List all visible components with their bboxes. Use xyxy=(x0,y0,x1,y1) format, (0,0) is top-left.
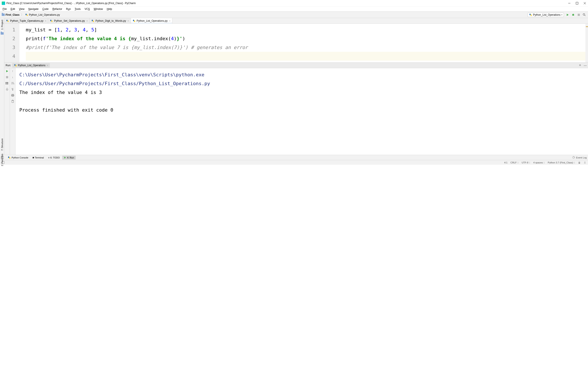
menu-view[interactable]: View xyxy=(17,7,26,11)
svg-rect-48 xyxy=(9,157,10,159)
tab-label: 6: TODO xyxy=(50,156,60,159)
close-tab-icon[interactable]: × xyxy=(169,20,170,22)
svg-rect-54 xyxy=(584,163,586,164)
menu-run[interactable]: Run xyxy=(64,7,73,11)
code-line-3[interactable]: #print(f'The index of the value 7 is {my… xyxy=(26,43,588,52)
run-button[interactable] xyxy=(566,13,569,17)
left-tool-stripe: 1: Project xyxy=(0,18,4,155)
pin-icon[interactable] xyxy=(5,87,9,91)
rerun-button[interactable] xyxy=(5,69,9,73)
breadcrumb-project[interactable]: First_Class xyxy=(2,13,20,16)
console-output[interactable]: C:\Users\User\PycharmProjects\First_Clas… xyxy=(15,68,588,155)
tab-set-operations[interactable]: Python_Set_Operations.py × xyxy=(48,18,90,23)
hide-icon[interactable]: — xyxy=(584,64,587,67)
window-title: First_Class [C:\Users\User\PycharmProjec… xyxy=(6,2,568,5)
down-icon[interactable]: ↓ xyxy=(11,75,14,79)
svg-marker-8 xyxy=(567,14,569,16)
run-config-label: Python_List_Operations xyxy=(533,13,560,16)
caret-position[interactable]: 4:1 xyxy=(504,161,507,164)
tab-label: Python Console xyxy=(12,156,28,159)
menu-vcs[interactable]: VCS xyxy=(83,7,92,11)
code-line-2[interactable]: print(f'The index of the value 4 is {my_… xyxy=(26,34,588,43)
svg-rect-52 xyxy=(578,162,580,164)
indent-settings[interactable]: 4 spaces xyxy=(533,161,543,164)
run-tab[interactable]: Python_List_Operations × xyxy=(12,63,50,67)
close-button[interactable] xyxy=(583,2,586,5)
run-configuration-selector[interactable]: Python_List_Operations ▾ xyxy=(528,13,564,17)
breadcrumb-file[interactable]: Python_List_Operations.py xyxy=(25,13,60,16)
menu-file[interactable]: File xyxy=(1,7,8,11)
menu-tools[interactable]: Tools xyxy=(73,7,82,11)
svg-rect-15 xyxy=(578,14,580,16)
close-run-tab-icon[interactable]: × xyxy=(47,64,48,67)
svg-rect-5 xyxy=(27,14,28,16)
menu-code[interactable]: Code xyxy=(41,7,50,11)
svg-line-14 xyxy=(574,15,574,15)
layout-icon[interactable] xyxy=(5,82,9,85)
maximize-button[interactable] xyxy=(576,2,578,5)
svg-rect-20 xyxy=(50,20,51,21)
gear-icon[interactable] xyxy=(578,64,582,67)
run-tab-bottom[interactable]: 4: Run xyxy=(62,156,76,160)
editor[interactable]: 1 2 3 4 my_list = [1, 2, 3, 4, 5] print(… xyxy=(4,24,588,62)
tab-list-operations[interactable]: Python_List_Operations.py × xyxy=(131,18,173,23)
line-number-gutter: 1 2 3 4 xyxy=(4,24,19,62)
hector-icon[interactable] xyxy=(584,161,586,164)
terminal-tab[interactable]: ▣ Terminal xyxy=(31,155,46,160)
run-controls-secondary: ↑ ↓ xyxy=(10,68,15,155)
breadcrumb-separator: 〉 xyxy=(21,13,24,17)
svg-marker-38 xyxy=(12,90,13,91)
svg-rect-18 xyxy=(6,20,8,21)
close-tab-icon[interactable]: × xyxy=(86,20,88,22)
line-number: 3 xyxy=(4,43,19,52)
todo-tab[interactable]: ≡ 6: TODO xyxy=(46,156,62,160)
tab-digit-to-words[interactable]: Python_Digit_to_Words.py × xyxy=(90,18,131,23)
run-tab-label: Python_List_Operations xyxy=(18,64,45,67)
line-number: 4 xyxy=(4,52,19,61)
code-line-4[interactable] xyxy=(26,52,588,61)
console-line-script: C:/Users/User/PycharmProjects/First_Clas… xyxy=(19,79,588,88)
console-line-interpreter: C:\Users\User\PycharmProjects\First_Clas… xyxy=(19,70,588,79)
svg-rect-32 xyxy=(6,82,7,83)
up-icon[interactable]: ↑ xyxy=(11,69,14,73)
scroll-to-end-icon[interactable] xyxy=(11,87,14,91)
error-stripe[interactable] xyxy=(585,24,588,62)
menu-window[interactable]: Window xyxy=(92,7,105,11)
menu-refactor[interactable]: Refactor xyxy=(51,7,64,11)
event-log-icon xyxy=(572,156,575,159)
python-interpreter[interactable]: Python 3.7 (First_Class) xyxy=(548,161,573,164)
trash-icon[interactable] xyxy=(11,100,14,103)
structure-tool-button[interactable]: 7: Structure xyxy=(1,138,3,152)
left-tool-stripe-bottom: 7: Structure 2: Favorites xyxy=(0,138,4,165)
run-header: Run: Python_List_Operations × — xyxy=(4,63,588,68)
svg-line-17 xyxy=(585,15,585,16)
svg-rect-33 xyxy=(7,82,8,83)
print-icon[interactable] xyxy=(11,94,14,97)
stop-button[interactable] xyxy=(577,13,581,17)
code-line-1[interactable]: my_list = [1, 2, 3, 4, 5] xyxy=(26,25,588,34)
run-tool-window: Run: Python_List_Operations × — xyxy=(4,62,588,155)
file-encoding[interactable]: UTF-8 xyxy=(522,161,528,164)
lock-icon[interactable] xyxy=(578,161,580,164)
python-console-tab[interactable]: Python Console xyxy=(6,155,30,160)
close-tab-icon[interactable]: × xyxy=(127,20,129,22)
menu-navigate[interactable]: Navigate xyxy=(27,7,40,11)
svg-rect-31 xyxy=(6,76,8,78)
favorites-tool-button[interactable]: 2: Favorites xyxy=(1,153,3,165)
chevron-down-icon: ▾ xyxy=(561,14,562,16)
debug-button[interactable] xyxy=(571,13,575,17)
minimize-button[interactable] xyxy=(568,2,571,5)
console-line-output: The index of the value 4 is 3 xyxy=(19,88,588,97)
stop-button[interactable] xyxy=(5,75,9,79)
code-area[interactable]: my_list = [1, 2, 3, 4, 5] print(f'The in… xyxy=(19,24,588,62)
close-tab-icon[interactable]: × xyxy=(45,20,46,22)
menu-help[interactable]: Help xyxy=(105,7,114,11)
event-log-button[interactable]: Event Log xyxy=(572,156,587,159)
tab-tuple-operations[interactable]: Python_Tuple_Operations.py × xyxy=(4,18,48,23)
wrap-icon[interactable] xyxy=(11,82,14,85)
search-everywhere-button[interactable] xyxy=(582,13,586,17)
menu-edit[interactable]: Edit xyxy=(9,7,17,11)
bottom-tool-stripe: Python Console ▣ Terminal ≡ 6: TODO 4: R… xyxy=(0,155,588,160)
project-tool-button[interactable]: 1: Project xyxy=(1,19,3,31)
line-separator[interactable]: CRLF xyxy=(510,161,517,164)
